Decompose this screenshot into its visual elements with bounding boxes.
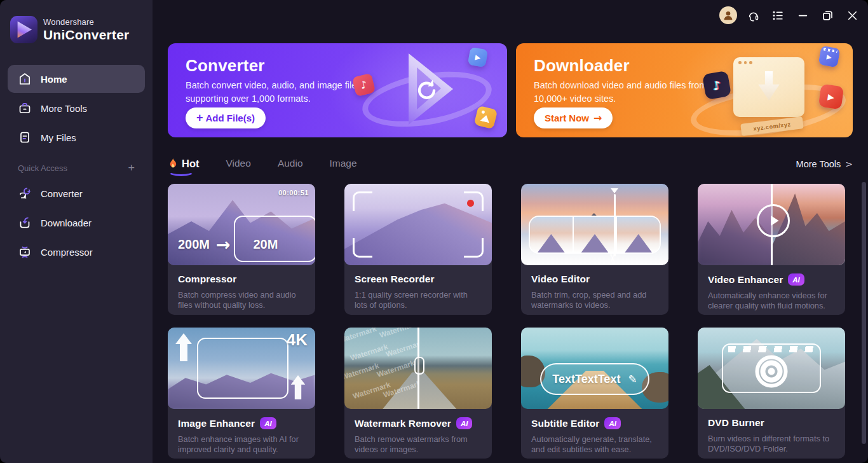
youtube-icon: ▶ xyxy=(818,84,844,110)
card-title: Video Editor xyxy=(531,273,590,285)
card-dvd-burner[interactable]: DVD Burner Burn videos in different form… xyxy=(698,328,845,459)
menu-list-icon[interactable] xyxy=(768,6,787,25)
account-avatar[interactable] xyxy=(719,6,738,25)
sidebar-item-label: Compressor xyxy=(41,247,93,258)
sidebar-item-label: Home xyxy=(41,74,67,85)
card-title: Watermark Remover xyxy=(355,418,451,429)
briefcase-icon xyxy=(18,101,32,115)
titlebar-controls xyxy=(719,5,862,25)
convert-icon xyxy=(18,186,32,200)
active-tab-underline xyxy=(168,167,194,176)
card-watermark-remover[interactable]: WatermarkWatermark WatermarkWatermark Wa… xyxy=(344,328,492,459)
tab-audio[interactable]: Audio xyxy=(278,158,303,170)
card-thumbnail: TextTextText ✎ xyxy=(521,328,668,409)
ai-badge: AI xyxy=(604,417,621,429)
compress-icon xyxy=(18,245,32,259)
sidebar-item-label: My Files xyxy=(41,132,76,143)
user-icon xyxy=(721,8,735,22)
start-now-button[interactable]: Start Now → xyxy=(534,107,613,128)
sidebar-item-more-tools[interactable]: More Tools xyxy=(8,94,145,122)
card-description: Burn videos in different formats to DVD/… xyxy=(708,434,835,454)
upscale-arrow-icon xyxy=(290,375,306,400)
size-before-label: 200M xyxy=(178,237,210,252)
recording-dot-icon xyxy=(467,200,474,207)
tab-hot[interactable]: Hot xyxy=(168,158,200,171)
quick-access-label: Quick Access xyxy=(18,163,67,173)
sidebar: Wondershare UniConverter Home More Tools… xyxy=(0,0,153,463)
filmstrip-frame xyxy=(722,343,821,393)
add-files-button[interactable]: + Add File(s) xyxy=(186,107,266,128)
tiktok-icon: ♪ xyxy=(702,71,731,100)
upscale-arrow-icon xyxy=(174,333,193,362)
card-video-editor[interactable]: ✂ Video Editor Batch trim, crop, speed a… xyxy=(521,184,668,315)
sidebar-item-downloader[interactable]: Downloader xyxy=(8,209,145,237)
more-tools-link[interactable]: More Tools > xyxy=(796,159,853,169)
card-compressor[interactable]: 00:00:51 200M → 20M Compressor Batch com… xyxy=(168,184,315,315)
ai-badge: AI xyxy=(456,417,473,429)
sidebar-item-label: More Tools xyxy=(41,103,87,114)
chevron-right-icon: > xyxy=(845,159,853,169)
card-thumbnail xyxy=(698,328,845,409)
card-video-enhancer[interactable]: Video Enhancer AI Automatically enhance … xyxy=(698,184,845,315)
card-title: Subtitle Editor xyxy=(531,418,599,429)
card-description: Batch compress video and audio files wit… xyxy=(178,290,305,310)
video-file-icon: ▶ xyxy=(468,47,488,67)
card-title: Compressor xyxy=(178,273,236,285)
card-thumbnail xyxy=(698,184,845,265)
plus-icon: + xyxy=(196,111,203,125)
card-description: 1:1 quality screen recorder with lots of… xyxy=(355,290,482,310)
downloader-illustration: xyz.com/xyz ♪ ▶ ▶ xyxy=(685,47,845,135)
restore-button[interactable] xyxy=(818,6,837,25)
tab-video[interactable]: Video xyxy=(226,158,251,170)
add-quick-access-button[interactable]: + xyxy=(128,162,135,174)
banner-title: Converter xyxy=(186,56,265,76)
card-subtitle-editor[interactable]: TextTextText ✎ Subtitle Editor AI Automa… xyxy=(521,328,668,459)
browser-window-graphic xyxy=(733,57,804,117)
film-icon: ▶ xyxy=(818,46,841,68)
category-tabs: Hot Video Audio Image More Tools > xyxy=(168,153,853,175)
support-headset-icon[interactable] xyxy=(743,6,763,25)
quick-access-header: Quick Access + xyxy=(8,156,145,179)
scissors-icon: ✂ xyxy=(606,253,620,263)
card-description: Automatically enhance videos for clearer… xyxy=(708,291,835,311)
card-screen-recorder[interactable]: Screen Recorder 1:1 quality screen recor… xyxy=(344,184,492,315)
downloader-banner[interactable]: Downloader Batch download video and audi… xyxy=(516,43,853,137)
card-description: Automatically generate, translate, and e… xyxy=(531,434,658,455)
brand-product: UniConverter xyxy=(43,27,129,43)
card-thumbnail: WatermarkWatermark WatermarkWatermark Wa… xyxy=(344,328,492,409)
vertical-scrollbar[interactable] xyxy=(862,182,866,444)
sidebar-item-home[interactable]: Home xyxy=(8,65,145,93)
card-title: Image Enhancer xyxy=(178,418,255,429)
card-image-enhancer[interactable]: 4K Image Enhancer AI Batch enhance image… xyxy=(168,328,315,459)
app-window: Wondershare UniConverter Home More Tools… xyxy=(0,0,868,463)
tab-image[interactable]: Image xyxy=(330,158,357,170)
watermark-text-layer: WatermarkWatermark WatermarkWatermark Wa… xyxy=(344,328,418,409)
pencil-icon: ✎ xyxy=(628,373,637,385)
ai-badge: AI xyxy=(788,273,804,286)
minimize-button[interactable] xyxy=(793,6,812,25)
sidebar-item-converter[interactable]: Converter xyxy=(8,179,145,207)
home-icon xyxy=(18,72,32,86)
sidebar-nav: Home More Tools My Files Quick Access + … xyxy=(8,65,145,267)
close-button[interactable] xyxy=(843,6,862,25)
ai-badge: AI xyxy=(260,417,276,429)
subtitle-pill: TextTextText ✎ xyxy=(540,363,649,395)
video-timestamp: 00:00:51 xyxy=(278,189,309,197)
card-title: Video Enhancer xyxy=(708,274,783,286)
card-description: Batch enhance images with AI for improve… xyxy=(178,434,305,455)
slider-handle xyxy=(414,357,424,375)
sidebar-item-compressor[interactable]: Compressor xyxy=(8,238,145,266)
sidebar-item-label: Downloader xyxy=(41,218,92,228)
banner-description: Batch convert video, audio, and image fi… xyxy=(186,79,364,106)
card-thumbnail: ✂ xyxy=(521,184,668,265)
converter-banner[interactable]: Converter Batch convert video, audio, an… xyxy=(168,43,507,137)
download-icon xyxy=(18,216,32,230)
tool-card-grid: 00:00:51 200M → 20M Compressor Batch com… xyxy=(168,184,845,459)
card-title: DVD Burner xyxy=(708,417,764,429)
card-thumbnail: 00:00:51 200M → 20M xyxy=(168,184,315,265)
sidebar-item-label: Converter xyxy=(41,188,83,199)
card-thumbnail: 4K xyxy=(168,328,315,409)
sidebar-item-my-files[interactable]: My Files xyxy=(8,123,145,151)
play-button-icon xyxy=(757,204,790,237)
app-brand: Wondershare UniConverter xyxy=(10,16,129,43)
